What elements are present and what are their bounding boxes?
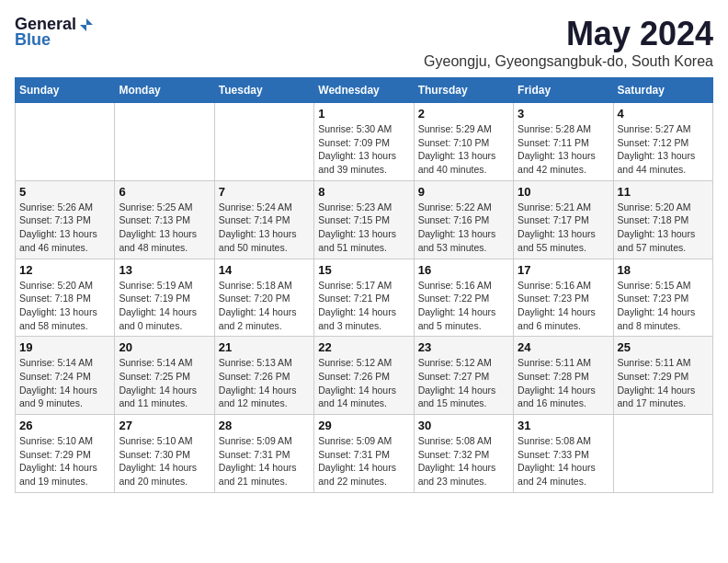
- calendar-cell: 24Sunrise: 5:11 AM Sunset: 7:28 PM Dayli…: [514, 337, 613, 415]
- day-number: 22: [318, 340, 409, 354]
- day-info: Sunrise: 5:30 AM Sunset: 7:09 PM Dayligh…: [318, 122, 409, 177]
- calendar-cell: 14Sunrise: 5:18 AM Sunset: 7:20 PM Dayli…: [214, 259, 313, 337]
- calendar-cell: 13Sunrise: 5:19 AM Sunset: 7:19 PM Dayli…: [115, 259, 214, 337]
- day-info: Sunrise: 5:23 AM Sunset: 7:15 PM Dayligh…: [318, 201, 409, 255]
- calendar-cell: 16Sunrise: 5:16 AM Sunset: 7:22 PM Dayli…: [414, 259, 513, 337]
- day-info: Sunrise: 5:28 AM Sunset: 7:11 PM Dayligh…: [518, 122, 609, 177]
- day-number: 31: [518, 419, 609, 432]
- calendar-header-row: SundayMondayTuesdayWednesdayThursdayFrid…: [16, 78, 713, 103]
- calendar-cell: 4Sunrise: 5:27 AM Sunset: 7:12 PM Daylig…: [613, 103, 712, 181]
- day-info: Sunrise: 5:09 AM Sunset: 7:31 PM Dayligh…: [219, 434, 310, 488]
- calendar-cell: 1Sunrise: 5:30 AM Sunset: 7:09 PM Daylig…: [314, 103, 414, 181]
- svg-marker-0: [80, 18, 93, 31]
- calendar-week-row: 19Sunrise: 5:14 AM Sunset: 7:24 PM Dayli…: [16, 337, 713, 415]
- day-info: Sunrise: 5:16 AM Sunset: 7:23 PM Dayligh…: [518, 279, 609, 333]
- day-number: 10: [518, 185, 609, 199]
- day-number: 7: [219, 185, 310, 199]
- calendar-cell: 7Sunrise: 5:24 AM Sunset: 7:14 PM Daylig…: [214, 180, 313, 259]
- day-info: Sunrise: 5:09 AM Sunset: 7:31 PM Dayligh…: [318, 434, 409, 488]
- calendar-cell: 20Sunrise: 5:14 AM Sunset: 7:25 PM Dayli…: [115, 337, 214, 415]
- day-number: 9: [418, 185, 509, 199]
- day-number: 14: [219, 263, 310, 277]
- day-number: 5: [19, 185, 110, 199]
- day-info: Sunrise: 5:19 AM Sunset: 7:19 PM Dayligh…: [119, 279, 210, 333]
- day-number: 30: [418, 419, 509, 432]
- calendar-cell: 3Sunrise: 5:28 AM Sunset: 7:11 PM Daylig…: [514, 103, 613, 181]
- day-header-friday: Friday: [514, 78, 613, 103]
- day-info: Sunrise: 5:25 AM Sunset: 7:13 PM Dayligh…: [119, 201, 210, 255]
- day-number: 25: [618, 340, 709, 354]
- day-number: 20: [119, 340, 210, 354]
- day-header-sunday: Sunday: [16, 78, 115, 103]
- day-info: Sunrise: 5:20 AM Sunset: 7:18 PM Dayligh…: [618, 201, 709, 255]
- day-info: Sunrise: 5:29 AM Sunset: 7:10 PM Dayligh…: [418, 122, 509, 177]
- day-number: 13: [119, 263, 210, 277]
- calendar-week-row: 1Sunrise: 5:30 AM Sunset: 7:09 PM Daylig…: [16, 103, 713, 181]
- day-number: 12: [19, 263, 110, 277]
- calendar-cell: 23Sunrise: 5:12 AM Sunset: 7:27 PM Dayli…: [414, 337, 513, 415]
- calendar-cell: 31Sunrise: 5:08 AM Sunset: 7:33 PM Dayli…: [514, 415, 613, 493]
- day-number: 6: [119, 185, 210, 199]
- day-number: 26: [19, 419, 110, 432]
- day-header-wednesday: Wednesday: [314, 78, 414, 103]
- calendar-cell: 22Sunrise: 5:12 AM Sunset: 7:26 PM Dayli…: [314, 337, 414, 415]
- logo-icon: [78, 17, 95, 33]
- calendar-cell: 10Sunrise: 5:21 AM Sunset: 7:17 PM Dayli…: [514, 180, 613, 259]
- calendar-cell: 8Sunrise: 5:23 AM Sunset: 7:15 PM Daylig…: [314, 180, 414, 259]
- calendar-cell: 12Sunrise: 5:20 AM Sunset: 7:18 PM Dayli…: [16, 259, 115, 337]
- calendar-cell: 28Sunrise: 5:09 AM Sunset: 7:31 PM Dayli…: [214, 415, 313, 493]
- calendar-cell: 6Sunrise: 5:25 AM Sunset: 7:13 PM Daylig…: [115, 180, 214, 259]
- day-number: 2: [418, 107, 509, 121]
- day-info: Sunrise: 5:10 AM Sunset: 7:30 PM Dayligh…: [119, 434, 210, 488]
- calendar-week-row: 12Sunrise: 5:20 AM Sunset: 7:18 PM Dayli…: [16, 259, 713, 337]
- header: General Blue May 2024 Gyeongju, Gyeongsa…: [15, 15, 713, 70]
- day-info: Sunrise: 5:11 AM Sunset: 7:28 PM Dayligh…: [518, 356, 609, 410]
- day-number: 21: [219, 340, 310, 354]
- day-info: Sunrise: 5:14 AM Sunset: 7:25 PM Dayligh…: [119, 356, 210, 410]
- month-title: May 2024: [424, 15, 713, 53]
- day-info: Sunrise: 5:12 AM Sunset: 7:27 PM Dayligh…: [418, 356, 509, 410]
- day-info: Sunrise: 5:10 AM Sunset: 7:29 PM Dayligh…: [19, 434, 110, 488]
- day-number: 19: [19, 340, 110, 354]
- calendar-week-row: 5Sunrise: 5:26 AM Sunset: 7:13 PM Daylig…: [16, 180, 713, 259]
- day-info: Sunrise: 5:13 AM Sunset: 7:26 PM Dayligh…: [219, 356, 310, 410]
- day-number: 17: [518, 263, 609, 277]
- calendar-cell: 30Sunrise: 5:08 AM Sunset: 7:32 PM Dayli…: [414, 415, 513, 493]
- day-header-tuesday: Tuesday: [214, 78, 313, 103]
- calendar-cell: 2Sunrise: 5:29 AM Sunset: 7:10 PM Daylig…: [414, 103, 513, 181]
- calendar-cell: 15Sunrise: 5:17 AM Sunset: 7:21 PM Dayli…: [314, 259, 414, 337]
- calendar-cell: 26Sunrise: 5:10 AM Sunset: 7:29 PM Dayli…: [16, 415, 115, 493]
- logo-blue-text: Blue: [15, 30, 51, 50]
- day-info: Sunrise: 5:22 AM Sunset: 7:16 PM Dayligh…: [418, 201, 509, 255]
- calendar-cell: 25Sunrise: 5:11 AM Sunset: 7:29 PM Dayli…: [613, 337, 712, 415]
- day-header-saturday: Saturday: [613, 78, 712, 103]
- calendar-week-row: 26Sunrise: 5:10 AM Sunset: 7:29 PM Dayli…: [16, 415, 713, 493]
- calendar-cell: [115, 103, 214, 181]
- day-info: Sunrise: 5:24 AM Sunset: 7:14 PM Dayligh…: [219, 201, 310, 255]
- day-info: Sunrise: 5:17 AM Sunset: 7:21 PM Dayligh…: [318, 279, 409, 333]
- day-number: 29: [318, 419, 409, 432]
- calendar-cell: 5Sunrise: 5:26 AM Sunset: 7:13 PM Daylig…: [16, 180, 115, 259]
- day-number: 24: [518, 340, 609, 354]
- day-number: 27: [119, 419, 210, 432]
- calendar-cell: 9Sunrise: 5:22 AM Sunset: 7:16 PM Daylig…: [414, 180, 513, 259]
- day-number: 11: [618, 185, 709, 199]
- day-info: Sunrise: 5:18 AM Sunset: 7:20 PM Dayligh…: [219, 279, 310, 333]
- day-header-monday: Monday: [115, 78, 214, 103]
- calendar-cell: 17Sunrise: 5:16 AM Sunset: 7:23 PM Dayli…: [514, 259, 613, 337]
- day-number: 8: [318, 185, 409, 199]
- calendar-cell: 29Sunrise: 5:09 AM Sunset: 7:31 PM Dayli…: [314, 415, 414, 493]
- day-number: 4: [618, 107, 709, 121]
- day-info: Sunrise: 5:08 AM Sunset: 7:32 PM Dayligh…: [418, 434, 509, 488]
- location-title: Gyeongju, Gyeongsangbuk-do, South Korea: [424, 53, 713, 70]
- day-number: 1: [318, 107, 409, 121]
- day-info: Sunrise: 5:08 AM Sunset: 7:33 PM Dayligh…: [518, 434, 609, 488]
- day-info: Sunrise: 5:14 AM Sunset: 7:24 PM Dayligh…: [19, 356, 110, 410]
- day-info: Sunrise: 5:16 AM Sunset: 7:22 PM Dayligh…: [418, 279, 509, 333]
- day-number: 28: [219, 419, 310, 432]
- calendar-cell: 19Sunrise: 5:14 AM Sunset: 7:24 PM Dayli…: [16, 337, 115, 415]
- day-info: Sunrise: 5:21 AM Sunset: 7:17 PM Dayligh…: [518, 201, 609, 255]
- day-info: Sunrise: 5:20 AM Sunset: 7:18 PM Dayligh…: [19, 279, 110, 333]
- day-number: 16: [418, 263, 509, 277]
- calendar-cell: 18Sunrise: 5:15 AM Sunset: 7:23 PM Dayli…: [613, 259, 712, 337]
